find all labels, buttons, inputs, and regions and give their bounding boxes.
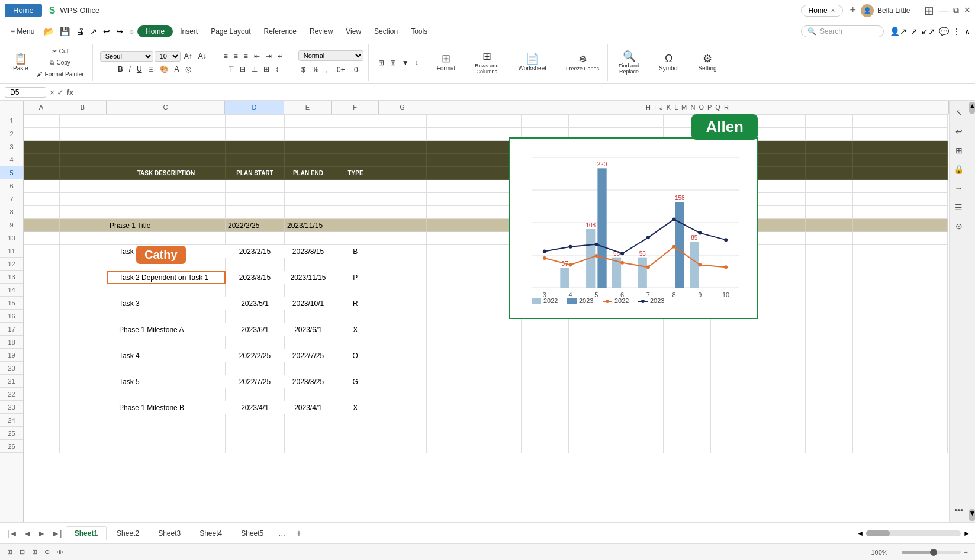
cell-O14[interactable] [758, 284, 806, 297]
more-sheets-button[interactable]: … [273, 527, 290, 540]
cell-A18[interactable] [24, 336, 60, 349]
cell-F5[interactable]: TYPE [332, 167, 379, 180]
cell-N20[interactable] [711, 362, 758, 375]
cell-A25[interactable] [24, 427, 60, 440]
cell-R9[interactable] [900, 219, 948, 232]
status-view-icon-3[interactable]: ⊞ [32, 548, 37, 556]
cell-R14[interactable] [900, 284, 948, 297]
cond-format-icon[interactable]: ⊞ [376, 57, 387, 68]
cell-D26[interactable] [226, 440, 285, 453]
cell-M26[interactable] [664, 440, 711, 453]
col-header-C[interactable]: C [107, 101, 225, 114]
cell-P6[interactable] [806, 180, 853, 193]
cell-Q6[interactable] [853, 180, 900, 193]
cell-F2[interactable] [332, 128, 379, 141]
sort-icon[interactable]: ↕ [413, 57, 421, 68]
cell-M24[interactable] [664, 414, 711, 427]
cell-I19[interactable] [474, 349, 522, 362]
row-header-19[interactable]: 19 [0, 349, 23, 362]
cell-B12[interactable] [60, 258, 107, 271]
cell-R12[interactable] [900, 258, 948, 271]
right-tool-3[interactable]: ⊞ [952, 143, 966, 157]
cell-D21[interactable]: 2022/7/25 [226, 375, 285, 388]
cell-B19[interactable] [60, 349, 107, 362]
cell-J20[interactable] [522, 362, 569, 375]
cell-R1[interactable] [900, 115, 948, 128]
cell-C26[interactable] [107, 440, 226, 453]
sheet-tab-2[interactable]: Sheet2 [108, 526, 148, 540]
cell-M17[interactable] [664, 323, 711, 336]
cell-M22[interactable] [664, 388, 711, 401]
cell-R22[interactable] [900, 388, 948, 401]
cell-P11[interactable] [806, 245, 853, 258]
cell-C2[interactable] [107, 128, 226, 141]
cell-H11[interactable] [427, 245, 474, 258]
cell-P7[interactable] [806, 193, 853, 206]
currency-icon[interactable]: $ [299, 65, 308, 75]
cell-E15[interactable]: 2023/10/1 [285, 297, 332, 310]
cell-N17[interactable] [711, 323, 758, 336]
cell-I18[interactable] [474, 336, 522, 349]
menu-menu[interactable]: ≡ Menu [5, 25, 40, 38]
cell-G24[interactable] [379, 414, 427, 427]
cell-Q10[interactable] [853, 232, 900, 245]
status-view-icon-2[interactable]: ⊟ [20, 548, 25, 556]
cell-C23[interactable]: Phase 1 Milestone B [107, 401, 226, 414]
cell-E3[interactable] [285, 141, 332, 154]
cell-F20[interactable] [332, 362, 379, 375]
filter-icon[interactable]: ▼ [400, 57, 411, 68]
cell-I25[interactable] [474, 427, 522, 440]
status-view-icon-1[interactable]: ⊞ [7, 548, 12, 556]
cell-P9[interactable] [806, 219, 853, 232]
cell-B3[interactable] [60, 141, 107, 154]
cell-P18[interactable] [806, 336, 853, 349]
menu-section[interactable]: Section [368, 25, 404, 38]
cell-P19[interactable] [806, 349, 853, 362]
cell-A24[interactable] [24, 414, 60, 427]
cell-Q13[interactable] [853, 271, 900, 284]
collapse-icon[interactable]: ∧ [964, 27, 970, 36]
cell-A19[interactable] [24, 349, 60, 362]
cell-D9[interactable]: 2022/2/25 [226, 219, 285, 232]
last-sheet-button[interactable]: ►| [49, 527, 65, 539]
cell-Q11[interactable] [853, 245, 900, 258]
cell-D17[interactable]: 2023/6/1 [226, 323, 285, 336]
cell-O15[interactable] [758, 297, 806, 310]
cell-O5[interactable] [758, 167, 806, 180]
decrease-decimal-icon[interactable]: .0- [350, 65, 363, 75]
cell-C18[interactable] [107, 336, 226, 349]
cell-I23[interactable] [474, 401, 522, 414]
cell-Q18[interactable] [853, 336, 900, 349]
cell-P17[interactable] [806, 323, 853, 336]
freeze-button[interactable]: ❄ Freeze Panes [562, 52, 603, 73]
cell-B9[interactable] [60, 219, 107, 232]
col-header-E[interactable]: E [284, 101, 332, 114]
cell-E19[interactable]: 2022/7/25 [285, 349, 332, 362]
table-icon[interactable]: ⊞ [388, 57, 398, 68]
cell-J21[interactable] [522, 375, 569, 388]
cell-D7[interactable] [226, 193, 285, 206]
find-replace-button[interactable]: 🔍 Find andReplace [615, 49, 643, 76]
cell-A23[interactable] [24, 401, 60, 414]
cell-R16[interactable] [900, 310, 948, 323]
indent-right-icon[interactable]: ⇥ [263, 51, 274, 62]
cell-Q3[interactable] [853, 141, 900, 154]
cell-A2[interactable] [24, 128, 60, 141]
cell-G21[interactable] [379, 375, 427, 388]
cell-M18[interactable] [664, 336, 711, 349]
cell-E13[interactable]: 2023/11/15 [285, 271, 332, 284]
cell-B17[interactable] [60, 323, 107, 336]
row-header-1[interactable]: 1 [0, 114, 23, 127]
row-header-11[interactable]: 11 [0, 244, 23, 258]
cell-A8[interactable] [24, 206, 60, 219]
more-icon[interactable]: » [127, 25, 136, 37]
cell-R6[interactable] [900, 180, 948, 193]
zoom-slider[interactable] [902, 551, 961, 554]
cell-H5[interactable] [427, 167, 474, 180]
cell-E12[interactable] [285, 258, 332, 271]
cell-Q20[interactable] [853, 362, 900, 375]
cell-B6[interactable] [60, 180, 107, 193]
rows-cols-button[interactable]: ⊞ Rows andColumns [471, 49, 502, 76]
more-options-icon[interactable]: ⋮ [953, 27, 961, 36]
cell-H23[interactable] [427, 401, 474, 414]
